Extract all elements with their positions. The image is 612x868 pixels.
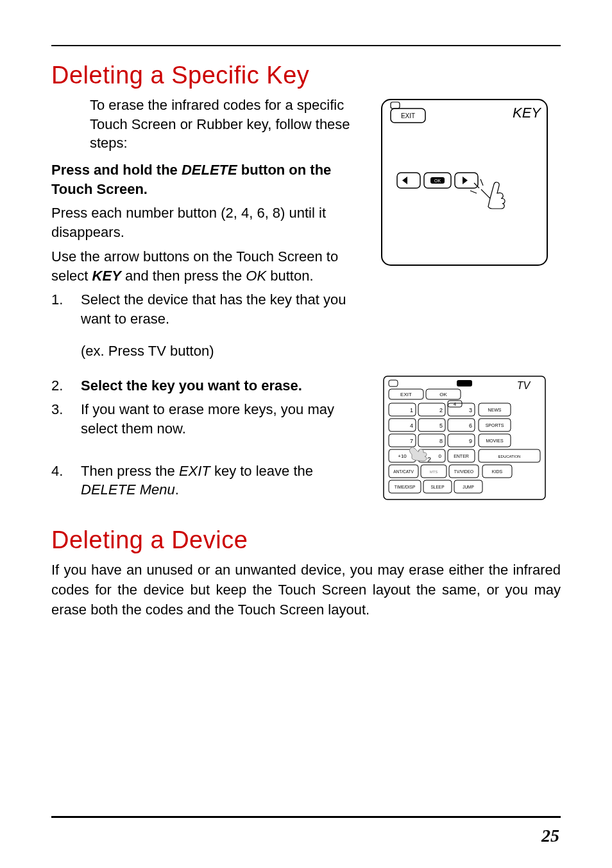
fig2-education-label: EDUCATION: [498, 455, 521, 458]
fig2-antcatv-label: ANT/CATV: [393, 469, 414, 474]
fig2-key-2: 2: [439, 407, 443, 413]
fig2-key-6: 6: [469, 422, 472, 429]
fig2-timedisp-label: TIME/DISP: [395, 485, 416, 489]
step1-part-a: Press and hold the: [51, 162, 182, 178]
fig2-hand-label-2: 2: [427, 456, 431, 464]
li2-text: Select the key you want to erase.: [81, 376, 368, 395]
heading-deleting-device: Deleting a Device: [51, 526, 561, 554]
svg-rect-14: [457, 380, 472, 386]
step3-key-word: KEY: [92, 268, 121, 284]
step3-part-e: button.: [266, 268, 313, 284]
svg-rect-2: [391, 102, 400, 108]
fig2-key-9: 9: [469, 438, 472, 444]
list-item-3: 3. If you want to erase more keys, you m…: [51, 400, 368, 438]
step3-part-c: and then press the: [121, 268, 246, 284]
body-deleting-device: If you have an unused or an unwanted dev…: [51, 560, 561, 620]
fig1-key-label: KEY: [513, 105, 541, 121]
fig2-enter-label: ENTER: [454, 454, 469, 458]
fig2-key-7: 7: [410, 438, 413, 444]
li4-part-a: Then press the: [81, 463, 179, 479]
fig1-exit-label: EXIT: [401, 112, 415, 119]
page-number: 25: [541, 826, 559, 846]
fig2-tvvideo-label: TV/VIDEO: [454, 469, 473, 474]
list-item-2: 2. Select the key you want to erase.: [51, 376, 368, 395]
li4-delete-menu: DELETE Menu: [81, 482, 175, 498]
svg-marker-8: [463, 177, 468, 184]
top-rule: [51, 45, 561, 46]
fig2-tv-label: TV: [517, 380, 531, 391]
li2-number: 2.: [51, 376, 81, 395]
fig2-key-0: 0: [439, 453, 442, 459]
step-use-arrows: Use the arrow buttons on the Touch Scree…: [51, 247, 368, 285]
svg-rect-13: [389, 380, 398, 386]
fig2-movies-label: MOVIES: [486, 438, 504, 443]
list-item-4: 4. Then press the EXIT key to leave the …: [51, 462, 368, 499]
fig2-key-5: 5: [439, 422, 443, 429]
li1-text: Select the device that has the key that …: [81, 290, 368, 328]
svg-marker-4: [402, 177, 407, 184]
li4-part-e: .: [175, 482, 179, 498]
li3-number: 3.: [51, 400, 81, 438]
fig2-news-label: NEWS: [488, 408, 502, 412]
fig2-key-8: 8: [439, 438, 443, 444]
figure-key-screen: EXIT KEY OK: [378, 96, 551, 269]
fig2-jump-label: JUMP: [463, 485, 474, 489]
fig2-key-3: 3: [469, 407, 472, 413]
fig1-ok-label: OK: [434, 178, 441, 183]
fig2-key-4: 4: [410, 422, 413, 429]
li1-number: 1.: [51, 290, 81, 328]
svg-text:4: 4: [454, 401, 457, 407]
fig2-sleep-label: SLEEP: [431, 485, 445, 489]
heading-deleting-specific-key: Deleting a Specific Key: [51, 62, 561, 89]
figure-tv-keypad: TV EXIT OK 1 2 3 4 NEWS: [381, 374, 548, 502]
fig2-kids-label: KIDS: [492, 469, 503, 474]
li4-number: 4.: [51, 462, 81, 499]
fig2-exit-label: EXIT: [400, 392, 412, 397]
step1-delete-word: DELETE: [182, 162, 237, 178]
pointing-hand-icon: [470, 179, 505, 209]
fig2-sports-label: SPORTS: [486, 423, 504, 428]
footer-rule: [51, 816, 561, 818]
fig2-mts-label: MTS: [430, 470, 438, 474]
li4-text: Then press the EXIT key to leave the DEL…: [81, 462, 368, 499]
svg-line-10: [480, 179, 483, 186]
li1-subtext: (ex. Press TV button): [81, 343, 368, 360]
intro-text: To erase the infrared codes for a specif…: [90, 96, 368, 153]
step-press-numbers: Press each number button (2, 4, 6, 8) un…: [51, 204, 368, 241]
li4-part-c: key to leave the: [210, 463, 313, 479]
li4-exit-word: EXIT: [179, 463, 210, 479]
step3-ok-word: OK: [246, 268, 266, 284]
step-press-hold-delete: Press and hold the DELETE button on the …: [51, 161, 368, 198]
fig2-key-1: 1: [410, 407, 413, 413]
fig2-key-plus10: +10: [398, 453, 407, 459]
fig2-ok-label: OK: [439, 392, 447, 397]
li3-text: If you want to erase more keys, you may …: [81, 400, 368, 438]
list-item-1: 1. Select the device that has the key th…: [51, 290, 368, 328]
svg-line-11: [470, 191, 477, 193]
svg-rect-3: [397, 173, 420, 188]
